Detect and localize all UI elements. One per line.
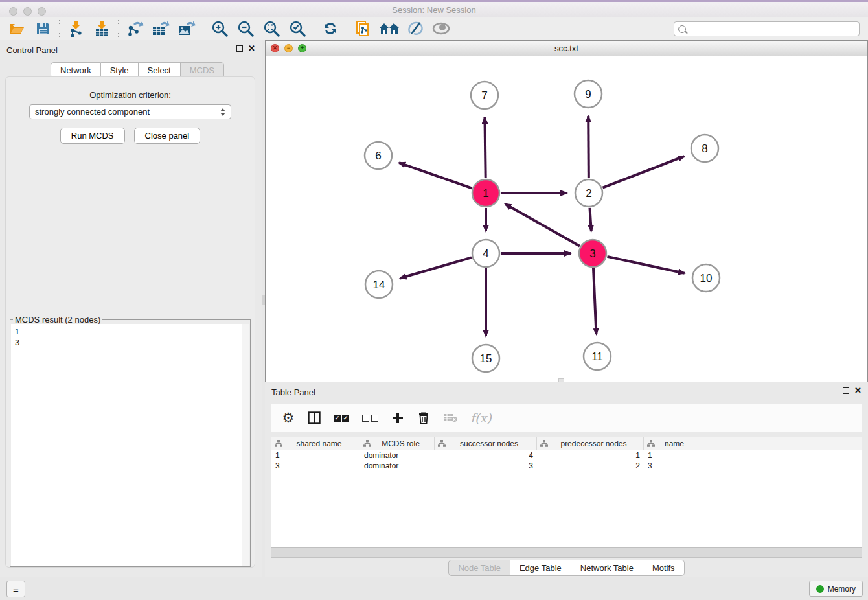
- delete-table-icon[interactable]: [443, 413, 457, 423]
- import-table-icon: [93, 20, 110, 37]
- show-labels-button[interactable]: [402, 19, 428, 38]
- column-type-icon: [275, 440, 282, 447]
- import-table-button[interactable]: [89, 19, 115, 38]
- cell-0-3[interactable]: 1: [537, 451, 644, 460]
- tab-node-table[interactable]: Node Table: [448, 560, 510, 576]
- memory-button[interactable]: Memory: [809, 581, 863, 597]
- zoom-out-button[interactable]: [233, 19, 258, 38]
- export-image-button[interactable]: [174, 19, 200, 38]
- clone-network-button[interactable]: [350, 19, 376, 38]
- hide-selected-button[interactable]: [428, 19, 454, 38]
- search-field[interactable]: [674, 21, 860, 36]
- edge-2-3[interactable]: [589, 208, 591, 231]
- node-label-2: 2: [586, 187, 591, 200]
- open-session-button[interactable]: [4, 19, 30, 38]
- optimization-criterion-label: Optimization criterion:: [6, 90, 255, 100]
- criterion-value: strongly connected component: [35, 107, 150, 117]
- main-toolbar: [0, 17, 868, 40]
- cell-1-2[interactable]: 3: [435, 461, 537, 470]
- tab-edge-table[interactable]: Edge Table: [510, 560, 571, 576]
- float-table-panel-icon[interactable]: [843, 387, 849, 394]
- edge-3-11[interactable]: [593, 268, 596, 334]
- float-panel-icon[interactable]: [236, 45, 243, 52]
- toolbar-separator: [59, 20, 60, 37]
- column-header-successor-nodes[interactable]: successor nodes: [435, 437, 537, 450]
- edge-2-9[interactable]: [588, 116, 589, 178]
- edge-1-7[interactable]: [485, 117, 485, 178]
- tab-network-table[interactable]: Network Table: [571, 560, 643, 576]
- dropdown-stepper-icon: [220, 108, 225, 116]
- cell-1-0[interactable]: 3: [271, 461, 360, 470]
- close-panel-icon[interactable]: ✕: [248, 45, 255, 52]
- column-label: successor nodes: [446, 439, 536, 448]
- column-layout-icon[interactable]: [308, 411, 321, 424]
- mcds-panel-body: Optimization criterion: strongly connect…: [5, 76, 255, 568]
- task-history-button[interactable]: ≡: [6, 581, 25, 597]
- cell-0-1[interactable]: dominator: [360, 451, 435, 460]
- cell-0-4[interactable]: 1: [644, 451, 698, 460]
- zoom-fit-button[interactable]: [258, 19, 284, 38]
- memory-status-icon: [816, 585, 824, 593]
- zoom-selected-button[interactable]: [284, 19, 310, 38]
- import-network-button[interactable]: [63, 19, 89, 38]
- memory-label: Memory: [828, 584, 856, 594]
- close-panel-button[interactable]: Close panel: [134, 128, 201, 144]
- run-mcds-button[interactable]: Run MCDS: [60, 128, 125, 144]
- table-panel-tabs: Node TableEdge TableNetwork TableMotifs: [265, 560, 868, 576]
- network-canvas[interactable]: 1234678910111415: [266, 56, 867, 382]
- table-settings-gear-icon[interactable]: ⚙: [282, 411, 295, 424]
- zoom-in-button[interactable]: [207, 19, 233, 38]
- node-label-15: 15: [480, 352, 492, 365]
- export-network-button[interactable]: [122, 19, 148, 38]
- table-row[interactable]: 3dominator323: [271, 461, 862, 471]
- table-header-row: shared nameMCDS rolesuccessor nodesprede…: [271, 437, 862, 450]
- toolbar-separator: [347, 20, 347, 37]
- delete-column-icon[interactable]: [417, 411, 430, 424]
- criterion-dropdown[interactable]: strongly connected component: [29, 104, 231, 119]
- mcds-result-textarea[interactable]: 1 3: [11, 324, 249, 566]
- deselect-all-rows-icon[interactable]: [362, 415, 378, 422]
- column-header-name[interactable]: name: [644, 437, 698, 450]
- table-panel-title: Table Panel: [271, 387, 315, 397]
- first-neighbors-button[interactable]: [376, 19, 402, 38]
- app-title-bar: Session: New Session: [0, 0, 868, 17]
- edge-4-14[interactable]: [400, 257, 472, 278]
- column-header-predecessor-nodes[interactable]: predecessor nodes: [537, 437, 644, 450]
- mcds-result-group: MCDS result (2 nodes) 1 3: [10, 319, 251, 567]
- close-table-panel-icon[interactable]: ✕: [854, 387, 862, 394]
- table-row[interactable]: 1dominator411: [271, 450, 862, 461]
- refresh-button[interactable]: [317, 19, 343, 38]
- result-scrollbar[interactable]: [242, 324, 249, 566]
- node-label-11: 11: [591, 351, 603, 363]
- edge-2-8[interactable]: [602, 156, 684, 187]
- table-body: 1dominator4113dominator323: [271, 450, 862, 471]
- export-table-button[interactable]: [148, 19, 174, 38]
- toolbar-separator: [203, 20, 203, 37]
- search-input[interactable]: [689, 25, 859, 34]
- zoom-fit-icon: [263, 20, 280, 37]
- node-label-3: 3: [589, 248, 595, 260]
- select-all-rows-icon[interactable]: ✓✓: [334, 415, 349, 422]
- column-header-MCDS-role[interactable]: MCDS role: [360, 437, 435, 450]
- add-column-icon[interactable]: [391, 412, 404, 424]
- cell-1-4[interactable]: 3: [644, 461, 698, 470]
- cell-1-3[interactable]: 2: [537, 461, 644, 470]
- cell-1-1[interactable]: dominator: [360, 461, 435, 470]
- edge-3-10[interactable]: [607, 257, 684, 273]
- function-builder-icon[interactable]: f(x): [470, 411, 492, 425]
- edge-1-6[interactable]: [399, 163, 472, 188]
- edge-3-1[interactable]: [505, 204, 580, 246]
- tab-motifs[interactable]: Motifs: [643, 560, 685, 576]
- export-image-icon: [177, 20, 196, 37]
- save-session-button[interactable]: [30, 19, 56, 38]
- list-icon: ≡: [13, 584, 19, 595]
- zoom-out-icon: [237, 20, 254, 37]
- mcds-result-values: 1 3: [11, 324, 249, 350]
- network-window-titlebar[interactable]: ✕ − + scc.txt: [266, 41, 867, 56]
- table-toolbar: ⚙ ✓✓ f(x): [271, 404, 862, 432]
- column-header-shared-name[interactable]: shared name: [271, 437, 360, 450]
- eye-icon: [431, 21, 451, 36]
- column-label: name: [655, 439, 698, 448]
- cell-0-0[interactable]: 1: [271, 451, 360, 460]
- cell-0-2[interactable]: 4: [435, 451, 537, 460]
